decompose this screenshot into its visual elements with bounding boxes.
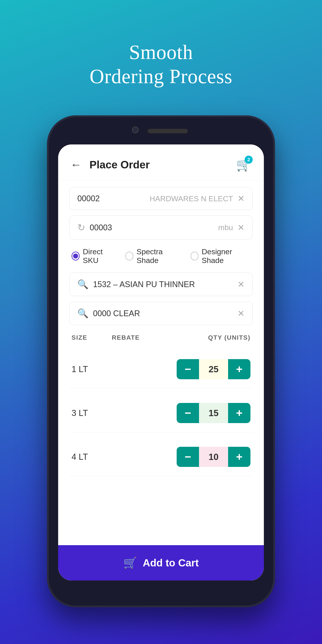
radio-circle-direct (72, 252, 80, 260)
page-title: Smooth Ordering Process (90, 40, 232, 88)
qty-minus-1lt[interactable]: − (177, 359, 199, 379)
qty-plus-3lt[interactable]: + (228, 403, 250, 423)
phone-speaker (148, 129, 188, 133)
radio-circle-designer (190, 252, 198, 260)
radio-label-designer: Designer Shade (202, 247, 250, 265)
shade-search-value: 0000 CLEAR (93, 309, 233, 318)
radio-group: Direct SKU Spectra Shade Designer Shade (69, 245, 253, 267)
product-search-value: 1532 – ASIAN PU THINNER (93, 280, 233, 289)
qty-plus-1lt[interactable]: + (228, 359, 250, 379)
header-title: Place Order (90, 158, 235, 171)
qty-control-4lt: − 10 + (177, 447, 250, 467)
radio-inner-direct (73, 254, 78, 258)
phone-camera (132, 126, 139, 133)
qty-control-1lt: − 25 + (177, 359, 250, 379)
phone-device: ← Place Order 🛒 2 00002 HARDWARES N ELEC… (47, 116, 275, 607)
product-search-icon: 🔍 (77, 279, 88, 290)
qty-value-3lt[interactable]: 15 (199, 403, 228, 423)
app-body: 00002 HARDWARES N ELECT ✕ ↻ 00003 mbu ✕ (58, 180, 264, 545)
order-type: mbu (218, 223, 233, 232)
order-code: 00003 (90, 223, 214, 232)
shade-clear-icon[interactable]: ✕ (238, 308, 245, 318)
shade-search-icon: 🔍 (77, 308, 88, 319)
cart-button-icon: 🛒 (123, 556, 137, 569)
app-content: ← Place Order 🛒 2 00002 HARDWARES N ELEC… (58, 144, 264, 580)
phone-top-bar (47, 116, 275, 144)
refresh-icon[interactable]: ↻ (77, 222, 85, 233)
size-label-3lt: 3 LT (72, 408, 107, 418)
qty-value-4lt[interactable]: 10 (199, 447, 228, 467)
back-arrow-icon: ← (70, 159, 82, 170)
app-header: ← Place Order 🛒 2 (58, 144, 264, 180)
qty-control-3lt: − 15 + (177, 403, 250, 423)
radio-label-spectra: Spectra Shade (137, 247, 182, 265)
qty-minus-3lt[interactable]: − (177, 403, 199, 423)
radio-spectra-shade[interactable]: Spectra Shade (125, 247, 181, 265)
radio-designer-shade[interactable]: Designer Shade (190, 247, 250, 265)
phone-screen: ← Place Order 🛒 2 00002 HARDWARES N ELEC… (58, 144, 264, 580)
col-size-header: SIZE (72, 334, 107, 341)
customer-clear-icon[interactable]: ✕ (238, 194, 245, 204)
shade-search-field[interactable]: 🔍 0000 CLEAR ✕ (69, 302, 253, 325)
radio-label-direct: Direct SKU (83, 247, 116, 265)
customer-field[interactable]: 00002 HARDWARES N ELECT ✕ (69, 187, 253, 210)
col-rebate-header: REBATE (112, 334, 172, 341)
qty-value-1lt[interactable]: 25 (199, 359, 228, 379)
customer-name: HARDWARES N ELECT (150, 194, 233, 203)
product-search-field[interactable]: 🔍 1532 – ASIAN PU THINNER ✕ (69, 272, 253, 296)
add-to-cart-label: Add to Cart (143, 557, 198, 569)
cart-button[interactable]: 🛒 2 (235, 156, 253, 174)
order-clear-icon[interactable]: ✕ (238, 223, 245, 232)
back-button[interactable]: ← (69, 158, 83, 171)
table-header: SIZE REBATE QTY (UNITS) (69, 331, 253, 344)
cart-badge: 2 (245, 156, 253, 164)
qty-minus-4lt[interactable]: − (177, 447, 199, 467)
customer-code: 00002 (77, 194, 145, 203)
order-field[interactable]: ↻ 00003 mbu ✕ (69, 216, 253, 240)
radio-direct-sku[interactable]: Direct SKU (72, 247, 116, 265)
size-row-1lt: 1 LT − 25 + (69, 350, 253, 388)
size-label-1lt: 1 LT (72, 364, 107, 374)
qty-plus-4lt[interactable]: + (228, 447, 250, 467)
size-label-4lt: 4 LT (72, 452, 107, 462)
col-qty-header: QTY (UNITS) (177, 334, 250, 341)
size-row-4lt: 4 LT − 10 + (69, 438, 253, 476)
add-to-cart-button[interactable]: 🛒 Add to Cart (58, 545, 264, 580)
radio-circle-spectra (125, 252, 133, 260)
size-row-3lt: 3 LT − 15 + (69, 394, 253, 432)
product-clear-icon[interactable]: ✕ (238, 280, 245, 289)
